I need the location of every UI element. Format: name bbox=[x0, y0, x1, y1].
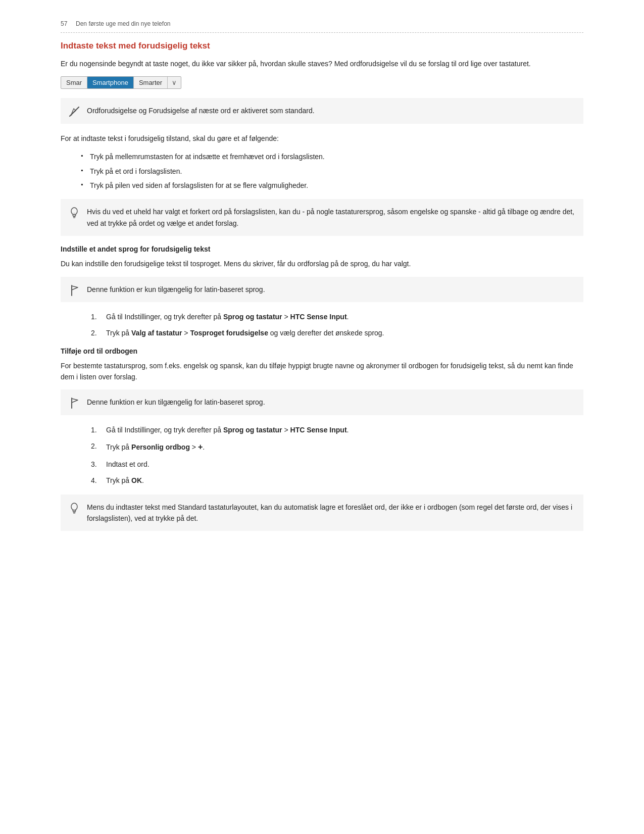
lightbulb-icon-2 bbox=[68, 502, 81, 515]
step-1-1-text: Tryk på Valg af tastatur > Tosproget for… bbox=[106, 327, 384, 338]
page-number-line: 57 Den første uge med din nye telefon bbox=[61, 20, 583, 27]
step-2-3-text: Tryk på OK. bbox=[106, 475, 144, 486]
kbd-item-2: Smarter bbox=[134, 77, 168, 88]
bullet-item-2: Tryk på pilen ved siden af forslagsliste… bbox=[81, 180, 583, 191]
numbered-item-2-2: 3. Indtast et ord. bbox=[91, 459, 583, 470]
tip-box-1: Hvis du ved et uheld har valgt et forker… bbox=[61, 199, 583, 236]
bullet-item-1: Tryk på et ord i forslagslisten. bbox=[81, 166, 583, 177]
section-divider bbox=[61, 32, 583, 33]
numbered-item-2-1: 2. Tryk på Personlig ordbog > +. bbox=[91, 440, 583, 454]
how-to-intro: For at indtaste tekst i forudsigelig til… bbox=[61, 133, 583, 144]
note-box-1: Ordforudsigelse og Forudsigelse af næste… bbox=[61, 98, 583, 123]
num-2-2: 3. bbox=[91, 459, 102, 470]
num-2-0: 1. bbox=[91, 424, 102, 435]
note-1-text: Ordforudsigelse og Forudsigelse af næste… bbox=[87, 107, 315, 115]
subsection-1-text: Du kan indstille den forudsigelige tekst… bbox=[61, 258, 583, 269]
step-2-1-text: Tryk på Personlig ordbog > +. bbox=[106, 440, 205, 454]
flag-note-1-text: Denne funktion er kun tilgængelig for la… bbox=[87, 285, 265, 293]
num-2-1: 2. bbox=[91, 440, 102, 454]
step-1-0-text: Gå til Indstillinger, og tryk derefter p… bbox=[106, 311, 349, 322]
page-number: 57 bbox=[61, 20, 67, 27]
num-2-3: 4. bbox=[91, 475, 102, 486]
bullet-item-0: Tryk på mellemrumstasten for at indsætte… bbox=[81, 151, 583, 162]
kbd-chevron: ∨ bbox=[168, 77, 181, 88]
numbered-item-2-0: 1. Gå til Indstillinger, og tryk derefte… bbox=[91, 424, 583, 435]
intro-text: Er du nogensinde begyndt at taste noget,… bbox=[61, 58, 583, 69]
flag-note-2-text: Denne funktion er kun tilgængelig for la… bbox=[87, 398, 265, 406]
kbd-item-1: Smartphone bbox=[87, 77, 134, 88]
flag-icon-1 bbox=[68, 284, 81, 297]
step-2-0-text: Gå til Indstillinger, og tryk derefter p… bbox=[106, 424, 349, 435]
pencil-slash-icon bbox=[68, 105, 81, 118]
tip-box-2: Mens du indtaster tekst med Standard tas… bbox=[61, 495, 583, 531]
lightbulb-icon-1 bbox=[68, 206, 81, 219]
numbered-item-1-1: 2. Tryk på Valg af tastatur > Tosproget … bbox=[91, 327, 583, 338]
keyboard-suggestion-bar: Smar Smartphone Smarter ∨ bbox=[61, 76, 181, 89]
flag-note-box-2: Denne funktion er kun tilgængelig for la… bbox=[61, 389, 583, 415]
page-chapter-label: Den første uge med din nye telefon bbox=[76, 20, 170, 27]
numbered-list-1: 1. Gå til Indstillinger, og tryk derefte… bbox=[91, 311, 583, 339]
flag-note-box-1: Denne funktion er kun tilgængelig for la… bbox=[61, 277, 583, 302]
subsection-2-title: Tilføje ord til ordbogen bbox=[61, 347, 583, 355]
num-1-0: 1. bbox=[91, 311, 102, 322]
num-1-1: 2. bbox=[91, 327, 102, 338]
flag-icon-2 bbox=[68, 397, 81, 410]
svg-point-6 bbox=[71, 503, 77, 510]
numbered-item-1-0: 1. Gå til Indstillinger, og tryk derefte… bbox=[91, 311, 583, 322]
step-2-2-text: Indtast et ord. bbox=[106, 459, 150, 470]
subsection-1-title: Indstille et andet sprog for forudsigeli… bbox=[61, 245, 583, 253]
kbd-item-0: Smar bbox=[61, 77, 87, 88]
subsection-2-text: For bestemte tastatursprog, som f.eks. e… bbox=[61, 360, 583, 383]
section-title: Indtaste tekst med forudsigelig tekst bbox=[61, 41, 583, 51]
tip-1-text: Hvis du ved et uheld har valgt et forker… bbox=[87, 208, 574, 227]
numbered-list-2: 1. Gå til Indstillinger, og tryk derefte… bbox=[91, 424, 583, 486]
numbered-item-2-3: 4. Tryk på OK. bbox=[91, 475, 583, 486]
tip-2-text: Mens du indtaster tekst med Standard tas… bbox=[87, 503, 572, 522]
bullet-list: Tryk på mellemrumstasten for at indsætte… bbox=[81, 151, 583, 191]
